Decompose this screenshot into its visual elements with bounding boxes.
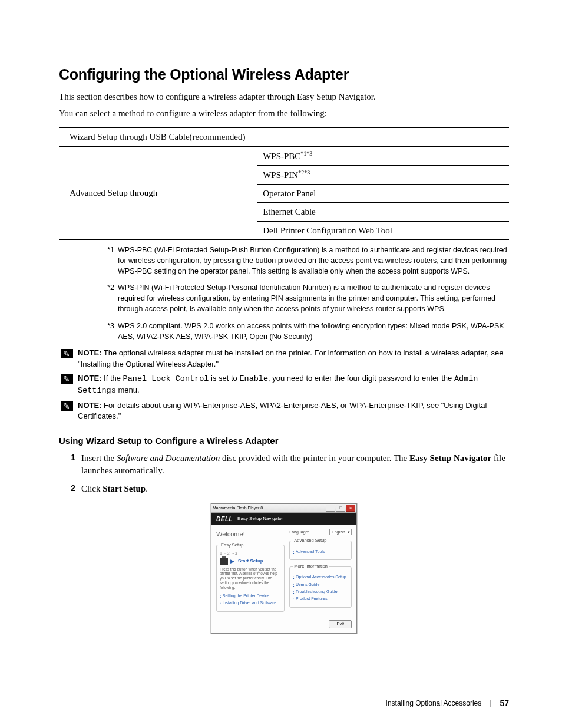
dell-logo: DELL — [216, 515, 233, 523]
language-select[interactable]: English — [329, 529, 352, 535]
footer-section-title: Installing Optional Accessories — [386, 699, 482, 708]
step-1-number: 1 — [59, 452, 75, 477]
link-product-features[interactable]: Product Features — [293, 596, 348, 601]
page-footer: Installing Optional Accessories | 57 — [386, 698, 509, 709]
step-1-text: Insert the Software and Documentation di… — [81, 452, 509, 477]
step-1-a: Insert the — [81, 453, 117, 463]
wps-pbc-label: WPS-PBC — [263, 151, 300, 161]
step-1-c: disc provided with the printer in your c… — [220, 453, 409, 463]
footnote-1-text: WPS-PBC (Wi-Fi Protected Setup-Push Butt… — [118, 245, 509, 276]
step-1-bold: Easy Setup Navigator — [409, 453, 491, 463]
footnote-1-num: *1 — [100, 245, 114, 276]
maximize-icon[interactable]: □ — [336, 505, 345, 512]
table-cell-ethernet-cable: Ethernet Cable — [257, 203, 509, 221]
note-1-text: The optional wireless adapter must be in… — [78, 348, 503, 368]
link-troubleshooting-guide[interactable]: Troubleshooting Guide — [293, 589, 348, 594]
page-number: 57 — [500, 698, 509, 709]
link-advanced-tools[interactable]: Advanced Tools — [293, 549, 348, 554]
advanced-setup-legend: Advanced Setup — [293, 538, 328, 543]
note-2-part-g: menu. — [116, 386, 140, 394]
table-row-advanced-label: Advanced Setup through — [59, 146, 257, 239]
step-2-c: . — [146, 484, 148, 493]
footnote-3-num: *3 — [100, 321, 114, 342]
start-setup-button[interactable]: Start Setup — [238, 558, 263, 565]
brand-subtitle: Easy Setup Navigator — [237, 516, 283, 522]
pencil-icon — [61, 349, 73, 358]
step-2-number: 2 — [59, 483, 75, 495]
link-installing-driver-software[interactable]: Installing Driver and Software — [220, 600, 281, 605]
footnote-3-text: WPS 2.0 compliant. WPS 2.0 works on acce… — [118, 321, 509, 342]
link-optional-accessories-setup[interactable]: Optional Accessories Setup — [293, 574, 348, 579]
step-2-text: Click Start Setup. — [81, 483, 509, 495]
printer-icon — [220, 558, 228, 565]
easy-setup-box: Easy Setup 1 →2 →3 ▶ Start Setup Press t… — [216, 542, 285, 612]
more-information-box: More Information Optional Accessories Se… — [289, 564, 352, 608]
wps-pbc-sup: *1*3 — [300, 150, 312, 157]
wps-pin-sup: *2*3 — [298, 169, 310, 176]
note-2-code-enable: Enable — [239, 374, 268, 383]
footer-separator: | — [490, 699, 491, 708]
step-1-italic: Software and Documentation — [117, 453, 220, 463]
table-cell-operator-panel: Operator Panel — [257, 185, 509, 203]
arrow-icon: ▶ — [230, 558, 234, 565]
close-icon[interactable]: × — [346, 505, 355, 512]
note-2-part-e: , you need to enter the four digit passw… — [268, 374, 454, 383]
note-label: NOTE: — [78, 401, 101, 410]
language-label: Language: — [289, 529, 309, 535]
step-2-a: Click — [81, 484, 103, 493]
subheading-wizard-setup: Using Wizard Setup to Configure a Wirele… — [59, 435, 509, 447]
pencil-icon — [61, 401, 73, 411]
link-users-guide[interactable]: User's Guide — [293, 582, 348, 587]
methods-table: Wizard Setup through USB Cable(recommend… — [59, 127, 509, 240]
note-2: NOTE: If the Panel Lock Control is set t… — [61, 373, 509, 396]
note-3-text: For details about using WPA-Enterprise-A… — [78, 401, 487, 421]
table-row-wizard: Wizard Setup through USB Cable(recommend… — [59, 128, 509, 146]
link-setting-printer-device[interactable]: Setting the Printer Device — [220, 593, 281, 598]
setup-step-numbers: 1 →2 →3 — [220, 551, 281, 556]
pencil-icon — [61, 374, 73, 384]
note-2-part-a: If the — [101, 374, 123, 383]
steps-list: 1 Insert the Software and Documentation … — [59, 452, 509, 495]
note-2-code-panel-lock: Panel Lock Control — [123, 374, 209, 383]
intro-paragraph-1: This section describes how to configure … — [59, 91, 509, 103]
footnote-2-text: WPS-PIN (Wi-Fi Protected Setup-Personal … — [118, 282, 509, 314]
page-heading: Configuring the Optional Wireless Adapte… — [59, 65, 509, 85]
note-1: NOTE: The optional wireless adapter must… — [61, 348, 509, 370]
note-3: NOTE: For details about using WPA-Enterp… — [61, 400, 509, 423]
note-label: NOTE: — [78, 348, 101, 357]
easy-setup-legend: Easy Setup — [220, 542, 244, 548]
table-cell-web-tool: Dell Printer Configuration Web Tool — [257, 221, 509, 239]
wps-pin-label: WPS-PIN — [263, 170, 298, 180]
intro-paragraph-2: You can select a method to configure a w… — [59, 107, 509, 119]
exit-button[interactable]: Exit — [329, 620, 352, 628]
more-information-legend: More Information — [293, 564, 329, 569]
table-cell-wps-pin: WPS-PIN*2*3 — [257, 165, 509, 184]
minimize-icon[interactable]: _ — [326, 505, 335, 512]
welcome-heading: Welcome! — [216, 530, 285, 539]
footnote-2-num: *2 — [100, 282, 114, 314]
easy-setup-navigator-dialog: Macromedia Flash Player 8 _ □ × DELL Eas… — [211, 503, 357, 634]
easy-setup-description: Press this button when you set the print… — [220, 567, 281, 590]
note-2-part-c: is set to — [209, 374, 239, 383]
advanced-setup-box: Advanced Setup Advanced Tools — [289, 538, 352, 560]
step-2-bold: Start Setup — [103, 484, 146, 493]
dialog-title: Macromedia Flash Player 8 — [213, 505, 263, 510]
table-cell-wps-pbc: WPS-PBC*1*3 — [257, 146, 509, 165]
footnotes-block: *1 WPS-PBC (Wi-Fi Protected Setup-Push B… — [100, 245, 509, 342]
note-label: NOTE: — [78, 374, 101, 383]
